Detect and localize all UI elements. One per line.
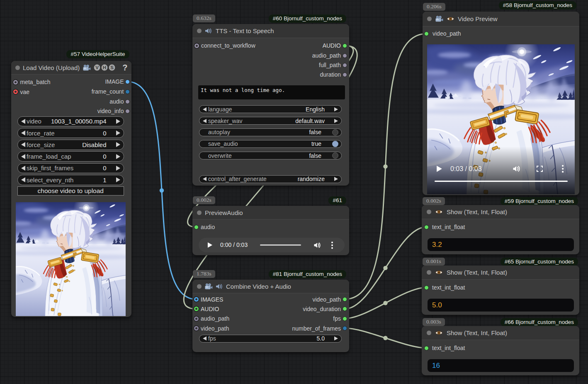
next-arrow-icon[interactable] — [334, 119, 338, 123]
input-dot-audio[interactable] — [194, 307, 199, 311]
node-load-video-upload[interactable]: #57 VideoHelperSuite Load Video (Upload)… — [11, 61, 131, 317]
input-slot-meta-batch[interactable]: meta_batch — [20, 79, 51, 85]
node-show-59[interactable]: 0.002s #59 Bjornulf_custom_nodes Show (T… — [422, 205, 579, 254]
next-arrow-icon[interactable] — [116, 154, 120, 159]
volume-icon[interactable] — [513, 166, 520, 172]
output-slot-audio-path[interactable]: audio_path — [312, 53, 341, 58]
kebab-menu-icon[interactable] — [562, 165, 564, 173]
toggle-knob[interactable] — [332, 141, 338, 147]
input-slot-audio[interactable]: AUDIO — [201, 306, 219, 312]
input-slot-vae[interactable]: vae — [20, 89, 30, 95]
input-slot-text-int-float[interactable]: text_int_float — [432, 345, 465, 351]
widget-fps[interactable]: fps 5.0 — [199, 335, 342, 343]
link-midpoint-dot[interactable] — [160, 188, 164, 193]
output-dot-image[interactable] — [125, 80, 130, 84]
input-dot-connect-to-workflow[interactable] — [194, 43, 199, 48]
choose-video-button[interactable]: choose video to upload — [17, 186, 124, 196]
toggle-knob[interactable] — [332, 152, 338, 159]
prev-arrow-icon[interactable] — [203, 177, 207, 181]
output-slot-fps[interactable]: fps — [333, 316, 341, 321]
node-show-65[interactable]: 0.001s #65 Bjornulf_custom_nodes Show (T… — [422, 266, 579, 315]
output-slot-video-duration[interactable]: video_duration — [303, 306, 341, 312]
output-dot-audio[interactable] — [343, 43, 347, 48]
value-display[interactable]: 3.2 — [428, 238, 574, 251]
widget-frame-load-cap[interactable]: frame_load_cap 0 — [17, 151, 124, 162]
video-player[interactable]: 0:03 / 0:03 — [427, 44, 575, 194]
output-dot-number-of-frames[interactable] — [343, 326, 347, 331]
node-title-bar[interactable]: Show (Text, Int, Float) — [422, 266, 579, 280]
widget-select-every-nth[interactable]: select_every_nth 1 — [17, 175, 124, 185]
video-thumbnail[interactable] — [16, 202, 126, 316]
output-dot-duration[interactable] — [343, 72, 347, 77]
audio-progress-bar[interactable] — [260, 244, 301, 246]
output-dot-fps[interactable] — [343, 316, 347, 321]
input-slot-audio[interactable]: audio — [201, 224, 215, 230]
node-preview-audio[interactable]: 0.002s #61 PreviewAudio audio 0:00 / 0:0… — [192, 206, 349, 255]
widget-video[interactable]: video 1003_1_00050.mp4 — [17, 116, 124, 127]
input-dot-text-int-float[interactable] — [424, 225, 429, 229]
toggle-knob[interactable] — [332, 129, 338, 135]
collapse-dot[interactable] — [427, 270, 431, 275]
next-arrow-icon[interactable] — [116, 119, 120, 124]
collapse-dot[interactable] — [197, 210, 202, 215]
value-display[interactable]: 16 — [428, 359, 574, 372]
input-dot-video-path[interactable] — [424, 31, 429, 36]
widget-skip-first-frames[interactable]: skip_first_frames 0 — [17, 163, 124, 174]
widget-language[interactable]: language English — [199, 105, 342, 113]
output-slot-full-path[interactable]: full_path — [319, 62, 341, 68]
output-slot-audio[interactable]: AUDIO — [323, 43, 341, 48]
fullscreen-icon[interactable] — [537, 166, 543, 172]
collapse-dot[interactable] — [427, 17, 432, 21]
play-icon[interactable] — [207, 242, 213, 248]
prev-arrow-icon[interactable] — [21, 142, 25, 147]
widget-speaker-wav[interactable]: speaker_wav default.wav — [199, 117, 342, 125]
input-dot-audio-path[interactable] — [194, 316, 199, 321]
node-video-preview[interactable]: 0.206s #58 Bjornulf_custom_nodes Video P… — [423, 12, 579, 195]
node-title-bar[interactable]: PreviewAudio — [192, 206, 349, 220]
prev-arrow-icon[interactable] — [21, 154, 25, 159]
input-dot-audio[interactable] — [194, 225, 199, 229]
input-slot-images[interactable]: IMAGES — [201, 297, 223, 302]
prev-arrow-icon[interactable] — [203, 336, 207, 341]
input-dot-meta-batch[interactable] — [13, 80, 18, 85]
node-title-bar[interactable]: Combine Video + Audio — [192, 280, 349, 293]
input-slot-connect-to-workflow[interactable]: connect_to_workflow — [201, 43, 255, 48]
next-arrow-icon[interactable] — [116, 130, 120, 135]
widget-overwrite[interactable]: overwrite false — [199, 152, 342, 159]
output-dot-video-info[interactable] — [125, 109, 130, 114]
node-title-bar[interactable]: TTS - Text to Speech — [192, 24, 349, 38]
next-arrow-icon[interactable] — [334, 177, 338, 181]
kebab-menu-icon[interactable] — [331, 242, 333, 249]
collapse-dot[interactable] — [427, 210, 431, 214]
widget-save-audio[interactable]: save_audio true — [199, 140, 342, 148]
help-icon[interactable]: ? — [122, 63, 127, 72]
prev-arrow-icon[interactable] — [203, 119, 207, 123]
input-slot-text-int-float[interactable]: text_int_float — [432, 224, 465, 230]
node-show-66[interactable]: 0.003s #66 Bjornulf_custom_nodes Show (T… — [422, 326, 579, 375]
next-arrow-icon[interactable] — [116, 142, 120, 147]
node-title-bar[interactable]: Show (Text, Int, Float) — [422, 326, 579, 340]
prev-arrow-icon[interactable] — [21, 130, 25, 135]
input-dot-video-path[interactable] — [194, 326, 199, 331]
input-dot-text-int-float[interactable] — [424, 285, 429, 290]
link-midpoint-dot[interactable] — [383, 164, 387, 169]
node-tts-text-to-speech[interactable]: 0.632s #60 Bjornulf_custom_nodes TTS - T… — [192, 24, 349, 186]
widget-autoplay[interactable]: autoplay false — [199, 128, 342, 136]
output-dot-video-duration[interactable] — [343, 307, 347, 311]
widget-force-size[interactable]: force_size Disabled — [17, 140, 124, 150]
output-dot-video-path[interactable] — [343, 297, 347, 302]
prev-arrow-icon[interactable] — [21, 177, 25, 182]
collapse-dot[interactable] — [427, 331, 431, 335]
collapse-dot[interactable] — [15, 65, 20, 70]
output-slot-duration[interactable]: duration — [320, 72, 341, 77]
output-dot-frame-count[interactable] — [125, 89, 130, 94]
output-slot-number-of-frames[interactable]: number_of_frames — [292, 326, 341, 331]
input-dot-images[interactable] — [194, 297, 199, 302]
volume-icon[interactable] — [314, 242, 321, 248]
prev-arrow-icon[interactable] — [21, 119, 25, 124]
output-slot-frame-count[interactable]: frame_count — [92, 89, 124, 94]
audio-player[interactable]: 0:00 / 0:03 — [199, 238, 345, 252]
output-dot-full-path[interactable] — [343, 63, 347, 68]
output-slot-video-info[interactable]: video_info — [97, 108, 124, 114]
input-slot-audio-path[interactable]: audio_path — [201, 316, 229, 321]
